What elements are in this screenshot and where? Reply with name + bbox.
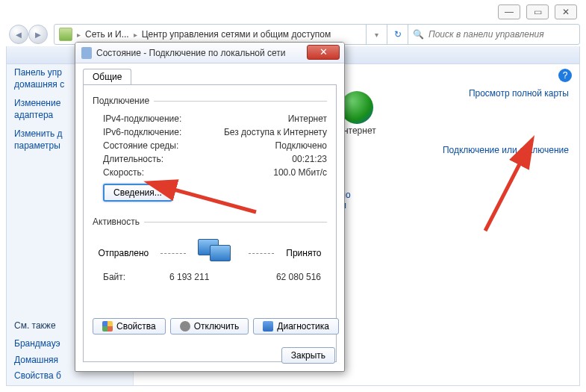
received-label: Принято (286, 248, 321, 258)
ipv4-label: IPv4-подключение: (103, 113, 181, 124)
group-connection: Подключение (93, 96, 154, 106)
diagnose-button[interactable]: Диагностика (253, 318, 339, 335)
search-input[interactable] (428, 29, 575, 40)
disable-icon (180, 321, 190, 332)
tab-general[interactable]: Общие (83, 69, 131, 85)
speed-label: Скорость: (103, 167, 144, 178)
activity-dash-icon (160, 253, 186, 254)
duration-value: 00:21:23 (292, 154, 327, 164)
properties-button[interactable]: Свойства (93, 318, 166, 335)
ipv6-value: Без доступа к Интернету (224, 127, 327, 137)
network-adapter-icon (81, 47, 92, 59)
sidebar-link-properties[interactable]: Свойства б (14, 370, 131, 382)
control-panel-icon (59, 28, 72, 41)
bytes-label: Байт: (103, 272, 125, 282)
ipv6-label: IPv6-подключение: (103, 127, 181, 137)
chevron-down-icon[interactable]: ▾ (375, 31, 378, 39)
chevron-right-icon: ▸ (134, 31, 137, 39)
internet-globe-icon (340, 91, 373, 124)
dialog-title: Состояние - Подключение по локальной сет… (96, 48, 286, 58)
ipv4-value: Интернет (288, 113, 327, 124)
minimize-button[interactable]: — (498, 4, 520, 19)
window-close-button[interactable]: ✕ (555, 4, 577, 19)
status-dialog: Состояние - Подключение по локальной сет… (75, 42, 345, 372)
dialog-close-button[interactable]: ✕ (307, 45, 340, 60)
forward-button[interactable]: ► (28, 25, 48, 44)
search-icon: 🔍 (413, 29, 424, 40)
details-button[interactable]: Сведения... (103, 184, 172, 202)
connect-disconnect-link[interactable]: Подключение или отключение (443, 145, 569, 155)
back-button[interactable]: ◄ (9, 25, 28, 44)
disable-button[interactable]: Отключить (170, 318, 249, 335)
maximize-button[interactable]: ▭ (526, 4, 549, 19)
dialog-titlebar[interactable]: Состояние - Подключение по локальной сет… (75, 43, 344, 63)
activity-dash-icon (249, 253, 274, 254)
diagnose-icon (263, 321, 273, 332)
breadcrumb-leaf[interactable]: Центр управления сетями и общим доступом (142, 29, 331, 40)
speed-value: 100.0 Мбит/с (273, 167, 327, 178)
bytes-sent-value: 6 193 211 (169, 272, 209, 282)
refresh-icon[interactable]: ↻ (394, 29, 402, 40)
shield-icon (102, 321, 113, 332)
sent-label: Отправлено (99, 248, 149, 258)
help-icon[interactable]: ? (558, 69, 572, 82)
group-activity: Активность (93, 217, 144, 227)
bytes-received-value: 62 080 516 (276, 272, 321, 282)
media-state-label: Состояние среды: (103, 140, 178, 151)
view-full-map-link[interactable]: Просмотр полной карты (469, 88, 569, 99)
breadcrumb-root[interactable]: Сеть и И... (85, 29, 129, 40)
activity-computers-icon (198, 239, 237, 267)
duration-label: Длительность: (103, 154, 163, 164)
close-button[interactable]: Закрыть (281, 347, 335, 364)
media-state-value: Подключено (275, 140, 327, 151)
chevron-right-icon: ▸ (77, 31, 81, 39)
